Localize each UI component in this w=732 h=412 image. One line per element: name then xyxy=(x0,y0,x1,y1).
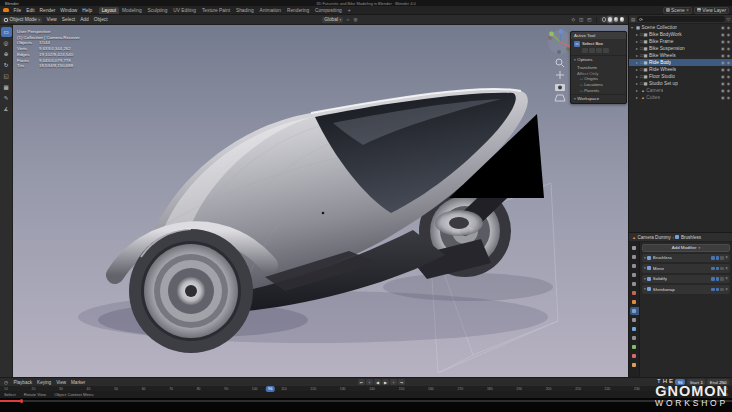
playhead[interactable]: 96 xyxy=(266,386,274,392)
outliner-row[interactable]: ▸ □ ▦ Bike Suspension ▣ ◉ xyxy=(629,45,732,52)
modifier-row[interactable]: ▾ Solidify × xyxy=(642,275,730,284)
physics-tab[interactable] xyxy=(630,325,639,333)
outliner-editor-icon[interactable]: ▤ xyxy=(631,17,635,22)
collection-checkbox[interactable]: □ xyxy=(640,60,643,65)
filter-icon[interactable]: ▽ xyxy=(727,17,730,22)
outliner-row[interactable]: ▸ □ ▦ Ride Body ▣ ◉ xyxy=(629,59,732,66)
outliner-row[interactable]: ▸ □ ▦ Bike BodyWork ▣ ◉ xyxy=(629,31,732,38)
hide-render-toggle-icon[interactable]: ▣ xyxy=(721,67,725,72)
transform-orientation-dropdown[interactable]: Global ▾ xyxy=(322,17,343,23)
realtime-toggle-icon[interactable] xyxy=(716,277,720,281)
edit-mode-toggle-icon[interactable] xyxy=(711,256,715,260)
realtime-toggle-icon[interactable] xyxy=(716,267,720,271)
hide-render-toggle-icon[interactable]: ▣ xyxy=(721,53,725,58)
hide-render-toggle-icon[interactable]: ▣ xyxy=(721,39,725,44)
hide-viewport-toggle-icon[interactable]: ◉ xyxy=(727,88,730,93)
timeline-menu-item[interactable]: Playback xyxy=(11,380,35,385)
viewport-canvas[interactable]: User Perspective (1) Collection | Camera… xyxy=(13,25,628,377)
workspace-tab[interactable]: Shading xyxy=(233,7,257,14)
modifiers-tab[interactable] xyxy=(630,307,639,315)
move-tool[interactable]: ⊕ xyxy=(1,49,12,59)
hide-render-toggle-icon[interactable]: ▣ xyxy=(721,81,725,86)
outliner-row[interactable]: ▸ □ ▦ Ride Wheels ▣ ◉ xyxy=(629,66,732,73)
blender-logo-icon[interactable] xyxy=(3,8,9,13)
previous-keyframe-button[interactable]: ‹ xyxy=(366,379,373,385)
overlays-icon[interactable]: ◫ xyxy=(578,17,584,22)
timeline-menu-item[interactable]: Marker xyxy=(69,380,88,385)
render-toggle-icon[interactable] xyxy=(720,256,724,260)
hide-render-toggle-icon[interactable]: ▣ xyxy=(721,88,725,93)
data-tab[interactable] xyxy=(630,343,639,351)
collection-checkbox[interactable]: □ xyxy=(640,74,643,79)
hide-viewport-toggle-icon[interactable]: ◉ xyxy=(727,25,730,30)
workspace-tab[interactable]: Sculpting xyxy=(145,7,171,14)
collection-checkbox[interactable]: □ xyxy=(640,67,643,72)
particles-tab[interactable] xyxy=(630,316,639,324)
world-tab[interactable] xyxy=(630,289,639,297)
collection-checkbox[interactable]: □ xyxy=(640,53,643,58)
timeline-menu-item[interactable]: View xyxy=(54,380,69,385)
hide-render-toggle-icon[interactable]: ▣ xyxy=(721,46,725,51)
workspace-tab[interactable]: UV Editing xyxy=(170,7,199,14)
disclosure-icon[interactable]: ▸ xyxy=(636,95,640,100)
workspace-tab[interactable]: + xyxy=(345,7,354,14)
hide-viewport-toggle-icon[interactable]: ◉ xyxy=(727,60,730,65)
hide-viewport-toggle-icon[interactable]: ◉ xyxy=(727,74,730,79)
viewport-menu-item[interactable]: Object xyxy=(91,17,110,22)
menu-item[interactable]: Render xyxy=(37,8,58,13)
next-keyframe-button[interactable]: › xyxy=(390,379,397,385)
breadcrumb-item[interactable]: Brushless xyxy=(681,235,701,240)
close-icon[interactable]: × xyxy=(725,266,728,271)
mode-subtract-button[interactable] xyxy=(596,48,602,53)
hide-viewport-toggle-icon[interactable]: ◉ xyxy=(727,53,730,58)
transform-tool[interactable]: ▦ xyxy=(1,82,12,92)
snap-magnet-icon[interactable]: ∩ xyxy=(345,17,350,22)
tool-tab[interactable] xyxy=(630,244,639,252)
edit-mode-toggle-icon[interactable] xyxy=(711,267,715,271)
cursor-tool[interactable]: ◎ xyxy=(1,38,12,48)
menu-item[interactable]: Help xyxy=(80,8,95,13)
render-toggle-icon[interactable] xyxy=(720,267,724,271)
mode-new-button[interactable] xyxy=(582,48,588,53)
3d-scene[interactable] xyxy=(13,25,628,377)
hide-viewport-toggle-icon[interactable]: ◉ xyxy=(727,39,730,44)
measure-tool[interactable]: ∡ xyxy=(1,104,12,114)
menu-item[interactable]: Window xyxy=(58,8,80,13)
rotate-tool[interactable]: ↻ xyxy=(1,60,12,70)
collection-checkbox[interactable]: □ xyxy=(640,32,643,37)
mode-dropdown[interactable]: Object Mode ▾ xyxy=(2,17,42,23)
front-wheel[interactable] xyxy=(129,229,253,353)
solid-shading-button[interactable] xyxy=(608,17,613,22)
hide-viewport-toggle-icon[interactable]: ◉ xyxy=(727,95,730,100)
hide-render-toggle-icon[interactable]: ▣ xyxy=(721,74,725,79)
collection-checkbox[interactable]: □ xyxy=(640,46,643,51)
viewport-menu-item[interactable]: Add xyxy=(78,17,92,22)
outliner-row[interactable]: ▸ □ ▦ Floor Studio ▣ ◉ xyxy=(629,73,732,80)
hide-viewport-toggle-icon[interactable]: ◉ xyxy=(727,32,730,37)
options-section[interactable]: ▾ Options xyxy=(571,55,626,64)
select-box-tool[interactable]: ▭ xyxy=(1,27,12,37)
hide-viewport-toggle-icon[interactable]: ◉ xyxy=(727,81,730,86)
outliner-row[interactable]: ▸ □ ▦ Bike Frame ▣ ◉ xyxy=(629,38,732,45)
hide-viewport-toggle-icon[interactable]: ◉ xyxy=(727,46,730,51)
hide-render-toggle-icon[interactable]: ▣ xyxy=(721,25,725,30)
video-progress-track[interactable] xyxy=(0,400,732,402)
realtime-toggle-icon[interactable] xyxy=(716,288,720,292)
menu-item[interactable]: File xyxy=(11,8,24,13)
workspace-tab[interactable]: Layout xyxy=(99,7,119,14)
render-tab[interactable] xyxy=(630,253,639,261)
hide-render-toggle-icon[interactable]: ▣ xyxy=(721,95,725,100)
mode-extend-button[interactable] xyxy=(589,48,595,53)
constraints-tab[interactable] xyxy=(630,334,639,342)
select-box-tool-row[interactable]: ▭ Select Box xyxy=(571,39,626,48)
close-icon[interactable]: × xyxy=(725,255,728,260)
menu-item[interactable]: Edit xyxy=(24,8,37,13)
unlink-icon[interactable]: × xyxy=(686,8,689,13)
disclosure-icon[interactable]: ▸ xyxy=(636,88,640,93)
collection-checkbox[interactable]: □ xyxy=(640,81,643,86)
expand-icon[interactable]: ▾ xyxy=(644,287,646,291)
close-icon[interactable]: × xyxy=(725,287,728,292)
outliner-row[interactable]: ▸ □ ▦ Studio Set up ▣ ◉ xyxy=(629,80,732,87)
outliner-row[interactable]: ▾ ▦ Scene Collection ▣ ◉ xyxy=(629,24,732,31)
hide-viewport-toggle-icon[interactable]: ◉ xyxy=(727,67,730,72)
